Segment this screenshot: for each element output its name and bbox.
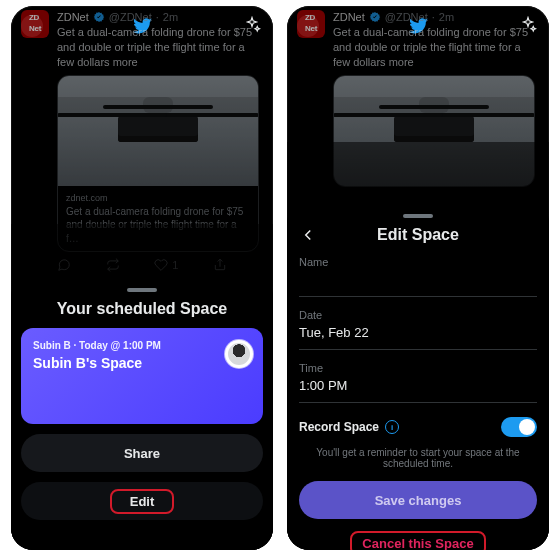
sparkle-icon[interactable] — [243, 16, 263, 36]
top-bar — [11, 6, 273, 46]
link-card — [333, 75, 535, 187]
sheet-title: Your scheduled Space — [21, 300, 263, 318]
share-icon — [213, 258, 227, 273]
link-card-image — [58, 76, 258, 186]
sheet-grabber[interactable] — [127, 288, 157, 292]
edit-space-sheet: Edit Space Name Date Tue, Feb 22 Time 1:… — [287, 206, 549, 550]
save-changes-label: Save changes — [375, 493, 462, 508]
scheduled-space-sheet: Your scheduled Space Subin B · Today @ 1… — [11, 280, 273, 550]
sheet-grabber[interactable] — [403, 214, 433, 218]
share-button[interactable]: Share — [21, 434, 263, 472]
top-bar — [287, 6, 549, 46]
edit-button-label: Edit — [130, 494, 155, 509]
phone-right: ZDNet ZDNet @ZDNet · 2m Get a dual-camer… — [287, 6, 549, 550]
info-icon[interactable]: i — [385, 420, 399, 434]
phone-left: ZDNet ZDNet @ZDNet · 2m Get a dual-camer… — [11, 6, 273, 550]
name-label: Name — [299, 256, 537, 268]
tweet: ZDNet ZDNet @ZDNet · 2m Get a dual-camer… — [11, 6, 273, 273]
twitter-logo-icon — [409, 16, 429, 36]
edit-space-title: Edit Space — [377, 226, 459, 244]
name-value[interactable] — [299, 272, 537, 297]
time-field[interactable]: Time 1:00 PM — [299, 362, 537, 403]
retweet-icon — [106, 258, 120, 273]
reply-icon — [57, 258, 71, 273]
share-button-label: Share — [124, 446, 160, 461]
save-changes-button[interactable]: Save changes — [299, 481, 537, 519]
sparkle-icon[interactable] — [519, 16, 539, 36]
name-field[interactable]: Name — [299, 256, 537, 297]
time-value[interactable]: 1:00 PM — [299, 378, 537, 403]
date-field[interactable]: Date Tue, Feb 22 — [299, 309, 537, 350]
space-host-avatar — [225, 340, 253, 368]
link-card: zdnet.com Get a dual-camera folding dron… — [57, 75, 259, 252]
link-card-domain: zdnet.com — [66, 192, 250, 204]
schedule-hint: You'll get a reminder to start your spac… — [299, 447, 537, 469]
edit-button[interactable]: Edit — [21, 482, 263, 520]
date-value[interactable]: Tue, Feb 22 — [299, 325, 537, 350]
space-card-title: Subin B's Space — [33, 355, 251, 371]
account-avatar[interactable] — [21, 15, 43, 37]
twitter-logo-icon — [133, 16, 153, 36]
cancel-space-label: Cancel this Space — [362, 536, 473, 550]
record-space-toggle[interactable] — [501, 417, 537, 437]
account-avatar[interactable] — [297, 15, 319, 37]
link-card-image — [334, 76, 534, 186]
like-icon: 1 — [154, 258, 178, 273]
space-card-subtitle: Subin B · Today @ 1:00 PM — [33, 340, 251, 351]
date-label: Date — [299, 309, 537, 321]
time-label: Time — [299, 362, 537, 374]
space-card[interactable]: Subin B · Today @ 1:00 PM Subin B's Spac… — [21, 328, 263, 424]
back-button[interactable] — [299, 226, 317, 244]
record-space-label: Record Space — [299, 420, 379, 434]
cancel-space-button[interactable]: Cancel this Space — [299, 533, 537, 550]
link-card-title: Get a dual-camera folding drone for $75 … — [66, 205, 250, 246]
tweet-actions: 1 — [21, 252, 263, 273]
like-count: 1 — [172, 258, 178, 273]
